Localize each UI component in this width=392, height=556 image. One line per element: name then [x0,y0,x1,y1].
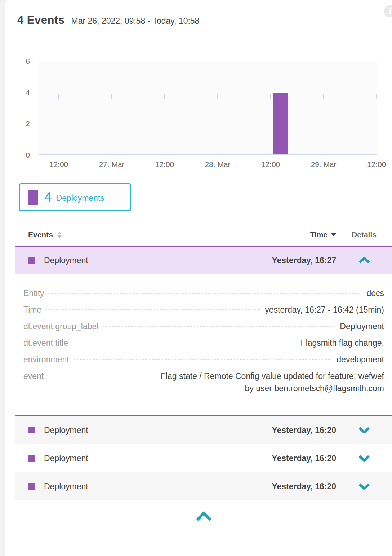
expand-row-button[interactable] [336,427,392,433]
detail-row-event: event Flag state / Remote Config value u… [23,370,384,394]
expand-row-button[interactable] [336,455,392,462]
detail-value: Deployment [340,320,384,332]
y-tick-label: 2 [13,119,30,128]
x-tick [376,94,377,99]
chevron-up-icon [358,257,370,264]
deployment-square-icon [28,483,35,490]
legend-label: Deployments [56,193,104,203]
table-header-row: Events Time Details [15,224,392,246]
event-row[interactable]: Deployment Yesterday, 16:20 [15,416,392,444]
x-tick [217,94,218,99]
expand-row-button[interactable] [336,483,392,490]
dotted-leader [103,326,335,327]
chevron-down-icon [358,483,370,490]
detail-row-group-label: dt.event.group_label Deployment [23,320,384,332]
events-card: i 4 Events Mar 26, 2022, 09:58 - Today, … [5,0,392,556]
detail-value: Flagsmith flag change. [301,337,384,349]
dotted-leader [49,376,154,376]
detail-value: yesterday, 16:27 - 16:42 (15min) [265,304,384,316]
event-row[interactable]: Deployment Yesterday, 16:20 [15,472,392,500]
x-tick-label: 27. Mar [90,160,133,169]
dotted-leader [46,309,260,310]
dotted-leader [74,359,332,360]
event-type-label: Deployment [44,454,272,463]
detail-value: development [337,353,384,366]
gridline-4 [39,93,377,93]
sort-desc-icon [331,233,336,236]
event-type-label: Deployment [44,425,272,435]
column-header-events[interactable]: Events [28,230,310,239]
column-header-time[interactable]: Time [310,230,336,239]
detail-value: Flag state / Remote Config value updated… [159,370,384,394]
legend-count: 4 [44,190,52,205]
y-tick-label: 0 [13,151,30,159]
x-tick [58,94,59,99]
event-time-label: Yesterday, 16:27 [272,256,336,265]
event-time-label: Yesterday, 16:20 [272,425,336,435]
column-header-details: Details [336,230,392,239]
dotted-leader [73,343,296,343]
gridline-2 [39,124,377,124]
detail-label: dt.event.group_label [23,320,98,332]
events-panel: i 4 Events Mar 26, 2022, 09:58 - Today, … [0,0,392,556]
detail-row-entity: Entity docs [23,287,384,299]
deployment-square-icon [28,455,35,462]
x-tick [111,94,112,99]
event-details-panel: Entity docs Time yesterday, 16:27 - 16:4… [15,274,392,416]
y-tick-label: 4 [13,88,30,97]
event-row-expanded[interactable]: Deployment Yesterday, 16:27 [15,246,392,274]
y-tick-label: 6 [13,57,30,66]
detail-label: Entity [23,287,44,299]
collapse-panel-button[interactable] [15,511,392,521]
detail-row-time: Time yesterday, 16:27 - 16:42 (15min) [23,304,384,316]
deployments-bar[interactable] [273,93,288,154]
x-tick-label: 12:00 [249,160,292,169]
deployment-square-icon [28,427,35,433]
event-time-label: Yesterday, 16:20 [272,482,336,491]
chevron-down-icon [358,427,370,433]
event-row[interactable]: Deployment Yesterday, 16:20 [15,444,392,472]
dotted-leader [49,293,362,294]
event-type-label: Deployment [44,256,272,265]
events-header-label: Events [28,230,53,239]
info-icon[interactable]: i [384,5,392,17]
chevron-up-icon [195,511,213,521]
detail-label: event [23,370,44,382]
detail-row-title: dt.event.title Flagsmith flag change. [23,337,384,349]
events-table: Events Time Details Deployment Yesterday… [15,224,392,521]
timeframe-label: Mar 26, 2022, 09:58 - Today, 10:58 [71,16,200,26]
x-tick [323,94,324,99]
detail-label: Time [23,304,41,316]
x-tick [164,94,165,99]
detail-value: docs [366,287,384,299]
detail-label: dt.event.title [23,337,68,349]
deployment-square-icon [28,257,35,264]
chevron-down-icon [358,455,370,462]
detail-label: environment [23,353,69,366]
event-type-label: Deployment [44,482,272,491]
x-tick-label: 28. Mar [196,160,239,169]
event-time-label: Yesterday, 16:20 [272,454,336,463]
panel-header: 4 Events Mar 26, 2022, 09:58 - Today, 10… [17,14,199,27]
bar-chart-plot-area [39,61,377,155]
x-tick-label: 12:00 [143,160,186,169]
x-tick [270,94,271,99]
x-tick-label: 12:00 [37,160,80,169]
sort-icon [57,232,62,238]
x-tick-label: 12:00 [355,160,392,169]
deployments-swatch-icon [28,190,38,205]
page-title: 4 Events [17,14,65,27]
legend-deployments-toggle[interactable]: 4 Deployments [19,183,131,211]
detail-row-environment: environment development [23,353,384,366]
x-tick-label: 29. Mar [302,160,345,169]
time-header-label: Time [310,230,328,239]
collapse-row-button[interactable] [336,257,392,264]
